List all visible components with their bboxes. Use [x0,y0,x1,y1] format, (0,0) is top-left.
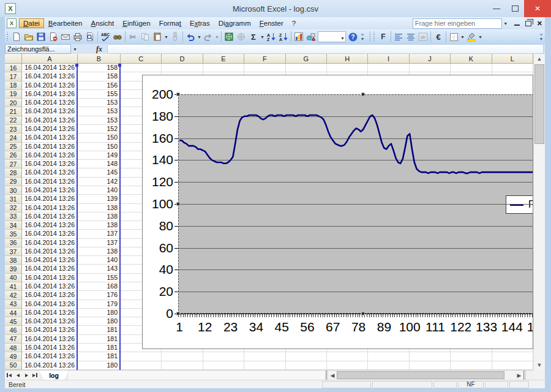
cell-date[interactable]: 16.04.2014 13:26 [22,116,78,125]
web-toolbar-button[interactable] [235,31,247,43]
row-header-33[interactable]: 33 [5,213,22,221]
row-header-20[interactable]: 20 [5,99,22,107]
plot-selection-handle[interactable] [176,202,180,206]
cell-date[interactable]: 16.04.2014 13:26 [22,239,78,247]
row-header-36[interactable]: 36 [5,239,22,247]
undo-button[interactable] [184,31,197,43]
format-toolbar-gripper[interactable] [373,32,376,42]
row-header-21[interactable]: 21 [5,107,22,116]
row-header-41[interactable]: 41 [5,282,22,291]
cell-empty[interactable] [410,352,451,361]
cell-value[interactable]: 158 [78,64,121,72]
zoom-combobox[interactable] [318,31,346,42]
menu-?[interactable]: ? [288,18,300,28]
autosum-button[interactable]: Σ [247,31,260,43]
cell-empty[interactable] [451,64,492,72]
menu-einfgen[interactable]: Einfügen [118,18,154,28]
cell-date[interactable]: 16.04.2014 13:26 [22,107,78,116]
toolbar-options-icon[interactable] [359,32,366,41]
cell-empty[interactable] [492,361,533,370]
cell-date[interactable]: 16.04.2014 13:26 [22,352,78,361]
cell-empty[interactable] [244,64,285,72]
menu-datei[interactable]: Datei [19,18,44,28]
cell-date[interactable]: 16.04.2014 13:26 [22,125,78,134]
cell-date[interactable]: 16.04.2014 13:26 [22,134,78,142]
cell-empty[interactable] [286,361,327,370]
cell-value[interactable]: 180 [78,309,121,317]
cell-empty[interactable] [203,361,244,370]
cell-empty[interactable] [410,361,451,370]
cell-empty[interactable] [451,352,492,361]
permission-button[interactable] [47,31,59,43]
cell-date[interactable]: 16.04.2014 13:26 [22,256,78,265]
cell-date[interactable]: 16.04.2014 13:26 [22,143,78,151]
cell-value[interactable]: 138 [78,247,121,256]
cell-date[interactable]: 16.04.2014 13:26 [22,282,78,291]
column-header-I[interactable]: I [368,54,409,64]
cell-date[interactable]: 16.04.2014 13:26 [22,344,78,352]
cell-empty[interactable] [368,64,409,72]
paste-button[interactable] [151,31,163,43]
maximize-button[interactable] [506,0,524,17]
name-box[interactable]: Zeichnungsflä... [5,44,71,54]
row-header-29[interactable]: 29 [5,178,22,186]
fill-color-dropdown-icon[interactable] [478,31,483,43]
cell-date[interactable]: 16.04.2014 13:26 [22,168,78,177]
row-header-34[interactable]: 34 [5,221,22,230]
cell-date[interactable]: 16.04.2014 13:26 [22,81,78,90]
sheet-tab-log[interactable]: log [39,371,69,380]
minimize-button[interactable]: — [487,0,506,17]
row-header-43[interactable]: 43 [5,300,22,309]
row-header-22[interactable]: 22 [5,116,22,125]
scroll-down-icon[interactable]: ▼ [534,360,545,370]
cell-empty[interactable] [244,361,285,370]
column-header-E[interactable]: E [203,54,244,64]
cell-date[interactable]: 16.04.2014 13:26 [22,309,78,317]
row-header-46[interactable]: 46 [5,326,22,334]
bold-button[interactable]: F [377,31,389,43]
cell-value[interactable]: 138 [78,221,121,230]
row-header-50[interactable]: 50 [5,361,22,370]
column-header-L[interactable]: L [492,54,533,64]
column-header-K[interactable]: K [451,54,492,64]
cell-value[interactable]: 139 [78,195,121,203]
cell-empty[interactable] [203,352,244,361]
redo-button[interactable] [202,31,214,43]
cell-value[interactable]: 138 [78,213,121,221]
column-header-H[interactable]: H [327,54,368,64]
column-header-B[interactable]: B [78,54,121,64]
sort-ascending-button[interactable]: AZ [265,31,277,43]
row-header-38[interactable]: 38 [5,256,22,265]
cell-empty[interactable] [327,361,368,370]
formula-input[interactable] [107,44,544,54]
column-header-A[interactable]: A [22,54,78,64]
cell-value[interactable]: 168 [78,282,121,291]
menu-bearbeiten[interactable]: Bearbeiten [44,18,87,28]
select-all-corner[interactable] [5,54,22,64]
cell-date[interactable]: 16.04.2014 13:26 [22,291,78,300]
cell-value[interactable]: 153 [78,99,121,107]
cell-value[interactable]: 137 [78,230,121,238]
cell-date[interactable]: 16.04.2014 13:26 [22,64,78,72]
paste-dropdown-icon[interactable] [163,31,169,43]
plot-selection-handle[interactable] [176,92,180,96]
cell-value[interactable]: 149 [78,151,121,160]
chart-wizard-button[interactable] [293,31,305,43]
cell-value[interactable]: 181 [78,335,121,344]
cell-value[interactable]: 181 [78,344,121,352]
align-center-button[interactable] [405,31,417,43]
row-header-32[interactable]: 32 [5,204,22,213]
cell-empty[interactable] [203,64,244,72]
cell-date[interactable]: 16.04.2014 13:26 [22,247,78,256]
menu-ansicht[interactable]: Ansicht [87,18,119,28]
menu-fenster[interactable]: Fenster [255,18,288,28]
open-folder-button[interactable] [23,31,35,43]
cell-empty[interactable] [410,64,451,72]
menu-diagramm[interactable]: Diagramm [214,18,255,28]
chart[interactable]: Reihe1 020406080100120140160180200112233… [142,75,533,349]
prev-sheet-button[interactable] [13,371,22,380]
cell-value[interactable]: 155 [78,90,121,99]
scroll-up-icon[interactable]: ▲ [534,54,545,64]
cell-empty[interactable] [286,352,327,361]
new-document-button[interactable] [10,31,23,43]
